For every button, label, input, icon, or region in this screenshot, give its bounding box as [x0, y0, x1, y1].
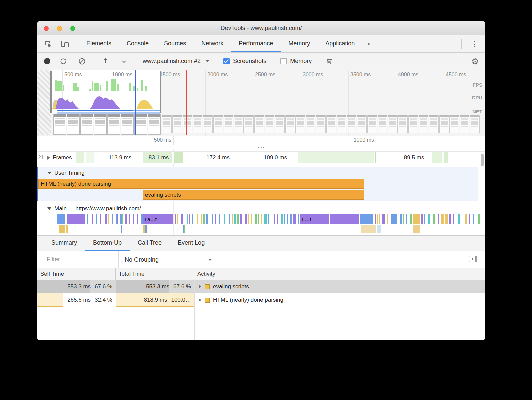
- expand-arrow-icon[interactable]: [47, 207, 51, 210]
- user-timing-header[interactable]: User Timing: [47, 170, 85, 176]
- screenshot-thumbnail[interactable]: [234, 115, 244, 133]
- flame-event[interactable]: [121, 225, 122, 233]
- load-profile-icon[interactable]: [100, 56, 111, 67]
- flame-event[interactable]: [406, 214, 407, 224]
- flame-event[interactable]: [441, 214, 443, 224]
- flame-event[interactable]: [255, 214, 257, 224]
- screenshot-thumbnail[interactable]: [295, 115, 305, 133]
- screenshot-thumbnail[interactable]: [53, 114, 66, 135]
- screenshot-thumbnail[interactable]: [419, 115, 428, 133]
- screenshot-thumbnail[interactable]: [326, 115, 336, 133]
- show-heaviest-stack-icon[interactable]: [468, 255, 478, 264]
- scrollbar-thumb[interactable]: [481, 154, 484, 166]
- flame-event[interactable]: [268, 214, 269, 224]
- tab-network[interactable]: Network: [194, 35, 231, 52]
- flame-event[interactable]: [189, 214, 190, 224]
- flame-event[interactable]: [187, 214, 188, 224]
- flame-event[interactable]: [224, 214, 225, 224]
- user-timing-bar[interactable]: HTML (nearly) done parsing: [38, 179, 364, 189]
- flame-event[interactable]: [391, 214, 393, 224]
- screenshot-thumbnail[interactable]: [254, 115, 264, 133]
- flame-event[interactable]: [181, 214, 184, 224]
- flame-event[interactable]: [469, 214, 470, 224]
- flame-event[interactable]: [183, 225, 184, 233]
- flame-event[interactable]: [377, 214, 378, 224]
- screenshot-thumbnail[interactable]: [449, 115, 459, 133]
- pane-splitter[interactable]: [37, 145, 485, 149]
- screenshot-thumbnail[interactable]: [388, 115, 398, 133]
- flame-event[interactable]: [293, 214, 295, 224]
- inspect-element-icon[interactable]: [43, 38, 54, 50]
- grouping-select[interactable]: No Grouping: [125, 251, 159, 268]
- flame-event[interactable]: [203, 214, 205, 224]
- flame-event[interactable]: [59, 225, 65, 233]
- flame-scrollbar[interactable]: [481, 153, 484, 233]
- flame-event[interactable]: [237, 214, 238, 224]
- flame-event[interactable]: [361, 225, 376, 233]
- frame-segment[interactable]: [76, 152, 85, 163]
- memory-checkbox-box[interactable]: [280, 58, 287, 64]
- flame-event[interactable]: [145, 225, 147, 233]
- flame-event[interactable]: [234, 214, 236, 224]
- flame-event[interactable]: [212, 214, 213, 224]
- flame-event[interactable]: [133, 214, 134, 224]
- flame-event[interactable]: [137, 214, 138, 224]
- flame-event-labeled[interactable]: L…t: [300, 214, 329, 224]
- flame-event[interactable]: [215, 214, 216, 224]
- flame-event[interactable]: [67, 214, 85, 224]
- flame-event[interactable]: [445, 214, 448, 224]
- screenshot-thumbnail[interactable]: [357, 115, 367, 133]
- expand-arrow-icon[interactable]: [47, 172, 51, 174]
- flame-event[interactable]: [330, 214, 359, 224]
- screenshot-thumbnail[interactable]: [275, 115, 285, 133]
- screenshot-thumbnail[interactable]: [148, 114, 161, 135]
- minimize-window-button[interactable]: [57, 26, 62, 31]
- screenshot-thumbnail[interactable]: [172, 115, 182, 133]
- flame-event-labeled[interactable]: La…t: [143, 214, 173, 224]
- flame-event[interactable]: [116, 214, 116, 224]
- flame-event[interactable]: [264, 214, 266, 224]
- flame-event[interactable]: [122, 214, 123, 224]
- filter-input[interactable]: [47, 256, 110, 263]
- flame-event[interactable]: [394, 214, 396, 224]
- flame-event[interactable]: [232, 214, 233, 224]
- flame-event[interactable]: [458, 214, 460, 224]
- screenshot-thumbnail[interactable]: [378, 115, 387, 133]
- details-tab-event-log[interactable]: Event Log: [170, 236, 213, 251]
- tab-console[interactable]: Console: [119, 35, 156, 52]
- flame-event[interactable]: [100, 214, 101, 224]
- frame-segment[interactable]: [86, 152, 95, 163]
- screenshot-thumbnail[interactable]: [316, 115, 326, 133]
- flame-event[interactable]: [92, 214, 93, 224]
- column-header-total-time[interactable]: Total Time: [116, 268, 194, 280]
- screenshot-thumbnail[interactable]: [398, 115, 408, 133]
- screenshot-thumbnail[interactable]: [67, 114, 80, 135]
- screenshot-thumbnail[interactable]: [134, 114, 147, 135]
- clear-recording-icon[interactable]: [76, 56, 88, 67]
- reload-and-profile-icon[interactable]: [58, 56, 69, 67]
- flame-event[interactable]: [382, 214, 383, 224]
- flame-event[interactable]: [478, 214, 480, 224]
- details-tab-bottom-up[interactable]: Bottom-Up: [85, 236, 130, 251]
- flame-event[interactable]: [192, 214, 193, 224]
- flame-event[interactable]: [258, 214, 259, 224]
- screenshot-thumbnail[interactable]: [80, 114, 93, 135]
- flame-event[interactable]: [473, 214, 474, 224]
- flame-event[interactable]: [129, 214, 130, 224]
- capture-settings-icon[interactable]: ⚙: [471, 57, 479, 66]
- flame-event[interactable]: [403, 214, 404, 224]
- flame-event[interactable]: [377, 225, 381, 233]
- screenshot-thumbnail[interactable]: [470, 115, 480, 133]
- flame-event[interactable]: [277, 214, 278, 224]
- screenshots-checkbox[interactable]: Screenshots: [223, 58, 266, 65]
- screenshot-thumbnail[interactable]: [285, 115, 295, 133]
- screenshot-thumbnail[interactable]: [244, 115, 254, 133]
- main-thread-track[interactable]: La…tL…t: [37, 214, 485, 224]
- more-tabs-button[interactable]: »: [362, 35, 375, 52]
- flame-event[interactable]: [261, 214, 262, 224]
- flame-event[interactable]: [229, 214, 230, 224]
- flame-event[interactable]: [465, 214, 466, 224]
- screenshot-thumbnail[interactable]: [429, 115, 439, 133]
- frame-segment[interactable]: [432, 152, 442, 163]
- selection-left-handle[interactable]: [50, 71, 52, 113]
